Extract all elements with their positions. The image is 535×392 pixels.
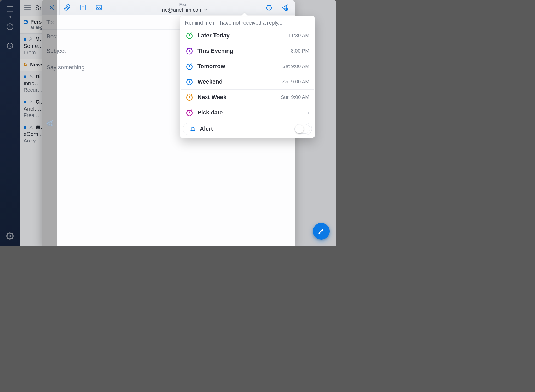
attach-button[interactable] bbox=[60, 0, 75, 15]
alert-label: Alert bbox=[200, 125, 290, 132]
attachment-icon bbox=[64, 4, 71, 11]
reminder-option-time: Sat 9:00 AM bbox=[282, 79, 309, 85]
reminder-option-later-today[interactable]: Later Today 11:30 AM bbox=[181, 28, 314, 43]
alarm-icon bbox=[185, 109, 193, 117]
image-icon bbox=[95, 4, 102, 11]
reminder-option-label: Tomorrow bbox=[197, 63, 278, 70]
reminder-option-time: Sat 9:00 AM bbox=[282, 64, 309, 69]
reminder-option-label: Weekend bbox=[197, 78, 278, 85]
from-selector[interactable]: me@ariel-lim.com bbox=[160, 7, 207, 13]
alarm-icon bbox=[185, 62, 193, 70]
alarm-icon bbox=[185, 47, 193, 55]
reminder-button[interactable] bbox=[261, 0, 277, 15]
send-later-icon bbox=[281, 4, 288, 11]
alarm-icon bbox=[185, 32, 193, 39]
from-label: From bbox=[107, 2, 261, 7]
insert-image-button[interactable] bbox=[91, 0, 107, 15]
pencil-icon bbox=[318, 228, 325, 235]
template-icon bbox=[80, 4, 86, 11]
send-icon bbox=[46, 120, 53, 127]
reminder-option-pick-date[interactable]: Pick date › bbox=[181, 105, 314, 120]
reminder-popover: Remind me if I have not received a reply… bbox=[180, 16, 315, 138]
alarm-icon bbox=[185, 93, 193, 101]
bell-icon bbox=[190, 126, 196, 132]
compose-toolbar: From me@ariel-lim.com bbox=[42, 0, 295, 15]
switch-knob bbox=[295, 125, 304, 133]
reminder-option-time: 8:00 PM bbox=[291, 48, 309, 54]
send-later-button[interactable] bbox=[277, 0, 293, 15]
chevron-down-icon bbox=[204, 9, 207, 11]
alert-switch[interactable] bbox=[294, 124, 310, 134]
send-button[interactable] bbox=[42, 0, 57, 246]
popover-heading: Remind me if I have not received a reply… bbox=[180, 16, 315, 28]
reminder-option-time: 11:30 AM bbox=[288, 33, 309, 38]
compose-fab[interactable] bbox=[313, 223, 330, 240]
template-button[interactable] bbox=[75, 0, 91, 15]
reminder-option-label: Next Week bbox=[197, 94, 277, 101]
reminder-option-label: Later Today bbox=[197, 32, 284, 39]
reminder-option-label: Pick date bbox=[197, 109, 303, 116]
reminder-option-next-week[interactable]: Next Week Sun 9:00 AM bbox=[181, 90, 314, 105]
reminder-option-weekend[interactable]: Weekend Sat 9:00 AM bbox=[181, 74, 314, 90]
chevron-right-icon: › bbox=[307, 109, 309, 116]
from-address: me@ariel-lim.com bbox=[160, 7, 202, 13]
reminder-option-time: Sun 9:00 AM bbox=[281, 94, 309, 100]
reminder-option-tomorrow[interactable]: Tomorrow Sat 9:00 AM bbox=[181, 59, 314, 74]
reminder-option-label: This Evening bbox=[197, 48, 287, 54]
alert-toggle-row: Alert bbox=[183, 123, 312, 135]
reminder-option-this-evening[interactable]: This Evening 8:00 PM bbox=[181, 43, 314, 59]
alarm-icon bbox=[185, 78, 193, 86]
alarm-icon bbox=[266, 4, 272, 11]
